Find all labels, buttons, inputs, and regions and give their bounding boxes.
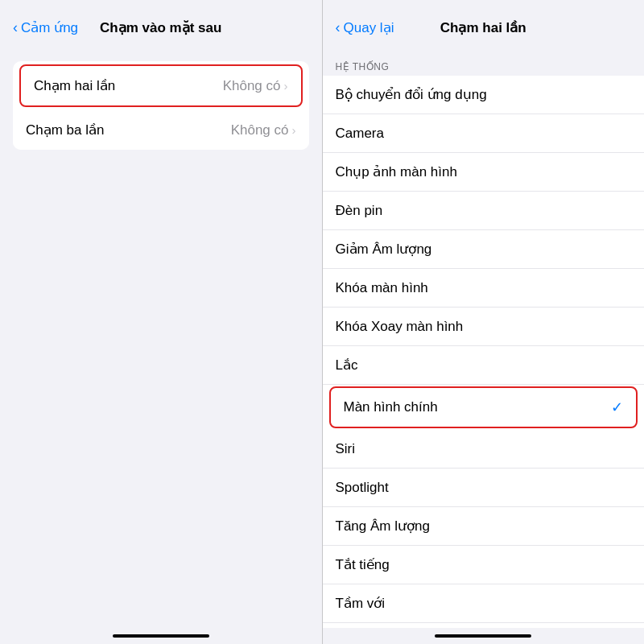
double-tap-chevron-icon: › <box>284 79 288 93</box>
right-list-item[interactable]: Khóa Xoay màn hình <box>323 308 645 346</box>
right-list-item[interactable]: Tắt tiếng <box>323 546 645 584</box>
left-back-chevron-icon: ‹ <box>13 19 18 36</box>
right-item-label: Spotlight <box>336 480 389 496</box>
left-header: ‹ Cảm ứng Chạm vào mặt sau <box>0 0 322 55</box>
right-item-label: Khóa Xoay màn hình <box>336 319 464 335</box>
left-list-container: Chạm hai lần Không có › Chạm ba lần Khôn… <box>0 55 322 628</box>
right-item-label: Đèn pin <box>336 203 383 219</box>
right-item-label: Bộ chuyển đổi ứng dụng <box>336 86 487 103</box>
right-panel-title: Chạm hai lần <box>440 19 526 36</box>
right-list-item[interactable]: Lắc <box>323 346 645 385</box>
right-list-item[interactable]: Màn hình chính✓ <box>329 386 638 428</box>
right-item-label: Lắc <box>336 357 358 374</box>
left-home-indicator <box>113 634 209 638</box>
right-item-label: Màn hình chính <box>344 399 438 415</box>
right-item-label: Tắt tiếng <box>336 556 390 573</box>
section-label: HỆ THỐNG <box>323 55 645 76</box>
right-panel: ‹ Quay lại Chạm hai lần HỆ THỐNG Bộ chuy… <box>323 0 645 644</box>
right-item-label: Camera <box>336 126 384 142</box>
right-list-item[interactable]: Trung tâm điều khiển <box>323 623 645 628</box>
double-tap-item[interactable]: Chạm hai lần Không có › <box>19 64 303 107</box>
triple-tap-right: Không có › <box>231 122 296 138</box>
right-list-item[interactable]: Tăng Âm lượng <box>323 507 645 546</box>
double-tap-right: Không có › <box>223 78 288 94</box>
right-home-indicator <box>435 634 531 638</box>
right-list-item[interactable]: Đèn pin <box>323 192 645 230</box>
right-item-label: Khóa màn hình <box>336 280 428 296</box>
left-list-section: Chạm hai lần Không có › Chạm ba lần Khôn… <box>13 61 309 150</box>
right-item-label: Tăng Âm lượng <box>336 518 430 535</box>
right-list-item[interactable]: Khóa màn hình <box>323 269 645 308</box>
left-panel-title: Chạm vào mặt sau <box>100 19 221 36</box>
right-item-label: Siri <box>336 441 356 457</box>
triple-tap-chevron-icon: › <box>292 123 296 137</box>
right-header: ‹ Quay lại Chạm hai lần <box>323 0 645 55</box>
left-panel: ‹ Cảm ứng Chạm vào mặt sau Chạm hai lần … <box>0 0 322 644</box>
left-back-button[interactable]: ‹ Cảm ứng <box>13 19 78 36</box>
right-list-item[interactable]: Giảm Âm lượng <box>323 230 645 269</box>
triple-tap-value: Không có <box>231 122 289 138</box>
right-list-item[interactable]: Spotlight <box>323 469 645 507</box>
right-item-label: Chụp ảnh màn hình <box>336 163 457 180</box>
left-back-label: Cảm ứng <box>21 19 78 36</box>
checkmark-icon: ✓ <box>611 398 623 416</box>
right-item-label: Tầm với <box>336 595 386 612</box>
triple-tap-item[interactable]: Chạm ba lần Không có › <box>13 110 309 150</box>
right-list-container: Bộ chuyển đổi ứng dụngCameraChụp ảnh màn… <box>323 76 645 628</box>
triple-tap-label: Chạm ba lần <box>26 122 104 138</box>
right-back-button[interactable]: ‹ Quay lại <box>336 19 394 36</box>
right-list-item[interactable]: Chụp ảnh màn hình <box>323 153 645 192</box>
right-list-item[interactable]: Tầm với <box>323 584 645 623</box>
right-item-label: Giảm Âm lượng <box>336 241 432 258</box>
right-list-item[interactable]: Bộ chuyển đổi ứng dụng <box>323 76 645 114</box>
right-list-section: Bộ chuyển đổi ứng dụngCameraChụp ảnh màn… <box>323 76 645 628</box>
double-tap-label: Chạm hai lần <box>34 77 115 94</box>
double-tap-value: Không có <box>223 78 281 94</box>
right-list-item[interactable]: Siri <box>323 430 645 469</box>
right-list-item[interactable]: Camera <box>323 114 645 153</box>
right-back-chevron-icon: ‹ <box>336 19 341 36</box>
right-back-label: Quay lại <box>344 19 394 36</box>
